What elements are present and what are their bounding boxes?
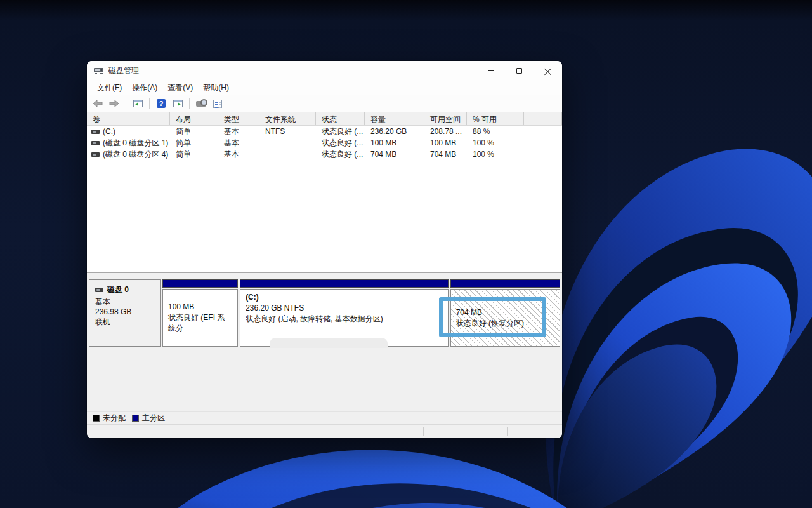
volume-free: 704 MB [424, 150, 467, 159]
partition-size: 236.20 GB NTFS [246, 303, 443, 314]
volume-pct-free: 100 % [467, 138, 524, 147]
volume-capacity: 236.20 GB [365, 127, 424, 136]
forward-arrow-icon [109, 100, 119, 107]
disk-management-app-icon [93, 67, 104, 75]
minimize-icon [488, 70, 494, 71]
forward-button[interactable] [107, 97, 121, 110]
volume-pct-free: 100 % [467, 150, 524, 159]
partition-size: 100 MB [168, 302, 232, 312]
help-icon: ? [157, 99, 166, 108]
volume-icon [91, 152, 100, 157]
window-title: 磁盘管理 [108, 65, 139, 76]
volume-type: 基本 [218, 126, 259, 137]
maximize-icon [516, 68, 522, 74]
volume-table-header: 卷 布局 类型 文件系统 状态 容量 可用空间 % 可用 [87, 112, 562, 126]
close-icon [544, 67, 551, 74]
maximize-button[interactable] [505, 61, 534, 80]
disk0-info-panel[interactable]: 磁盘 0 基本 236.98 GB 联机 [89, 279, 161, 347]
volume-row-partition1[interactable]: (磁盘 0 磁盘分区 1) 简单 基本 状态良好 (... 100 MB 100… [87, 137, 562, 149]
legend-label: 未分配 [103, 413, 126, 424]
volume-layout: 简单 [170, 149, 218, 160]
disk-icon [95, 288, 103, 292]
volume-free: 100 MB [424, 138, 467, 147]
unallocated-swatch-icon [93, 415, 100, 422]
action-pane-toggle-button[interactable] [171, 97, 185, 110]
legend-primary-partition: 主分区 [132, 413, 165, 424]
disk-status: 联机 [95, 317, 160, 327]
volume-icon [91, 141, 100, 145]
col-free-space[interactable]: 可用空间 [424, 112, 467, 125]
volume-type: 基本 [218, 149, 259, 160]
partition-strip: 100 MB 状态良好 (EFI 系统分 (C:) 236.20 GB NTFS… [162, 279, 560, 347]
checklist-button[interactable] [211, 97, 225, 110]
volume-layout: 简单 [170, 126, 218, 137]
volume-fs: NTFS [259, 127, 316, 136]
toolbar-separator [189, 98, 190, 109]
back-button[interactable] [91, 97, 105, 110]
volume-icon [91, 130, 100, 134]
primary-partition-swatch-icon [132, 415, 139, 422]
partition-size: 704 MB [456, 307, 554, 318]
partition-status: 状态良好 (启动, 故障转储, 基本数据分区) [246, 314, 443, 324]
titlebar[interactable]: 磁盘管理 [87, 61, 562, 80]
disk-type: 基本 [95, 297, 160, 307]
checklist-icon [213, 100, 222, 108]
graphical-view-pane: 磁盘 0 基本 236.98 GB 联机 100 MB 状态良好 (EFI 系统… [87, 276, 562, 424]
volume-list-pane: 卷 布局 类型 文件系统 状态 容量 可用空间 % 可用 (C:) 简单 基本 … [87, 112, 562, 272]
disk-tool-button[interactable] [194, 97, 208, 110]
menu-view[interactable]: 查看(V) [162, 81, 198, 95]
menubar: 文件(F) 操作(A) 查看(V) 帮助(H) [87, 80, 562, 95]
desktop: 磁盘管理 文件(F) 操作(A) 查看(V) 帮助(H) [0, 0, 812, 508]
minimize-button[interactable] [476, 61, 505, 80]
menu-file[interactable]: 文件(F) [92, 81, 127, 95]
volume-row-c[interactable]: (C:) 简单 基本 NTFS 状态良好 (... 236.20 GB 208.… [87, 126, 562, 137]
toolbar: ? [87, 95, 562, 112]
col-filesystem[interactable]: 文件系统 [259, 112, 316, 125]
volume-layout: 简单 [170, 138, 218, 149]
col-capacity[interactable]: 容量 [365, 112, 424, 125]
volume-status: 状态良好 (... [316, 126, 365, 137]
partition-color-band [162, 279, 238, 288]
partition-status: 状态良好 (恢复分区) [456, 318, 554, 329]
legend: 未分配 主分区 [87, 411, 562, 424]
action-pane-icon [173, 100, 183, 107]
partition-efi[interactable]: 100 MB 状态良好 (EFI 系统分 [162, 279, 238, 347]
partition-color-band [240, 279, 449, 288]
statusbar-separator [423, 427, 424, 436]
partition-color-band [450, 279, 560, 288]
tooltip-artifact [270, 338, 388, 348]
col-pct-free[interactable]: % 可用 [467, 112, 524, 125]
volume-capacity: 704 MB [365, 150, 424, 159]
menu-help[interactable]: 帮助(H) [198, 81, 234, 95]
disk-label: 磁盘 0 [107, 284, 129, 295]
partition-c[interactable]: (C:) 236.20 GB NTFS 状态良好 (启动, 故障转储, 基本数据… [240, 279, 449, 347]
volume-status: 状态良好 (... [316, 138, 365, 149]
toolbar-separator [126, 98, 126, 109]
statusbar-separator [508, 427, 508, 436]
col-empty[interactable] [524, 112, 562, 125]
toolbar-separator [149, 98, 150, 109]
col-layout[interactable]: 布局 [170, 112, 218, 125]
volume-name: (C:) [103, 127, 115, 136]
volume-name: (磁盘 0 磁盘分区 1) [103, 138, 168, 149]
volume-capacity: 100 MB [365, 138, 424, 147]
volume-name: (磁盘 0 磁盘分区 4) [103, 149, 168, 160]
help-button[interactable]: ? [154, 97, 168, 110]
disk-management-window: 磁盘管理 文件(F) 操作(A) 查看(V) 帮助(H) [87, 61, 562, 438]
col-type[interactable]: 类型 [218, 112, 259, 125]
col-status[interactable]: 状态 [316, 112, 365, 125]
disk0-row: 磁盘 0 基本 236.98 GB 联机 100 MB 状态良好 (EFI 系统… [89, 279, 560, 347]
volume-row-partition4[interactable]: (磁盘 0 磁盘分区 4) 简单 基本 状态良好 (... 704 MB 704… [87, 149, 562, 160]
menu-action[interactable]: 操作(A) [127, 81, 162, 95]
console-tree-icon [133, 100, 143, 107]
close-button[interactable] [534, 61, 562, 80]
volume-free: 208.78 ... [424, 127, 467, 136]
legend-label: 主分区 [142, 413, 165, 424]
disk-size: 236.98 GB [95, 307, 160, 317]
console-tree-toggle-button[interactable] [131, 97, 145, 110]
legend-unallocated: 未分配 [93, 413, 126, 424]
status-bar [87, 424, 562, 438]
volume-type: 基本 [218, 138, 259, 149]
partition-recovery[interactable]: 704 MB 状态良好 (恢复分区) [450, 279, 560, 347]
col-volume[interactable]: 卷 [87, 112, 170, 125]
